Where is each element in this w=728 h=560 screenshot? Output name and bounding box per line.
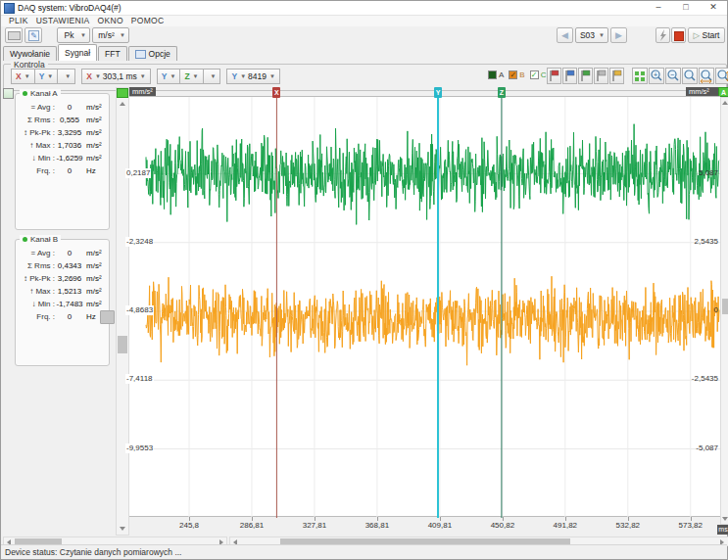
cursor-letter: Y bbox=[162, 71, 168, 81]
tab-fft[interactable]: FFT bbox=[98, 46, 127, 61]
flag-blue-button[interactable] bbox=[562, 68, 577, 84]
right-axis-label: 0 bbox=[677, 305, 719, 315]
chart-vertical-scrollbar-right[interactable] bbox=[720, 97, 728, 525]
tab-label: Sygnał bbox=[65, 46, 90, 61]
stop-button[interactable] bbox=[671, 27, 686, 43]
cursor-letter: Z bbox=[184, 71, 189, 81]
scroll-up-icon[interactable] bbox=[120, 102, 125, 106]
scroll-down-icon[interactable] bbox=[722, 517, 728, 521]
zoom-in-button[interactable]: + bbox=[649, 68, 664, 84]
channel-b-checkbox[interactable]: ✓ bbox=[509, 70, 517, 79]
right-axis-label: 2,5435 bbox=[677, 237, 719, 247]
cursor-menu-button[interactable]: ▼ bbox=[57, 69, 75, 84]
menu-ustawienia[interactable]: USTAWIENIA bbox=[36, 16, 90, 25]
prev-button[interactable]: ◀ bbox=[557, 27, 573, 43]
stat-value: -1,7483 bbox=[55, 298, 84, 310]
right-axis-label: -5,087 bbox=[677, 443, 719, 453]
scroll-down-icon[interactable] bbox=[120, 527, 125, 531]
next-arrow-icon: ▶ bbox=[611, 28, 626, 42]
close-button[interactable]: ✕ bbox=[700, 1, 727, 15]
menu-plik[interactable]: PLIK bbox=[9, 16, 28, 25]
cursor-button-y-value[interactable]: Y▼8419▼ bbox=[226, 69, 280, 84]
trigger-button[interactable] bbox=[655, 27, 670, 43]
tab-wywoanie[interactable]: Wywołanie bbox=[3, 46, 57, 61]
cursor-button-x-value[interactable]: X▼303,1 ms▼ bbox=[81, 69, 151, 84]
menu-okno[interactable]: OKNO bbox=[98, 16, 123, 25]
stat-label: ↕ Pk-Pk : bbox=[16, 272, 55, 285]
plot-area[interactable] bbox=[129, 96, 720, 517]
zoom-window-button[interactable] bbox=[682, 68, 698, 84]
maximize-button[interactable]: □ bbox=[672, 1, 700, 15]
stat-label: ↕ Pk-Pk : bbox=[16, 126, 55, 139]
zoom-out-icon: − bbox=[666, 69, 680, 83]
flag-ps-button[interactable] bbox=[594, 68, 608, 84]
toolbar: ✎ Pk▼ m/s²▼ ◀ S03▼ ▶ ▷ Start bbox=[1, 26, 727, 45]
stat-label: Σ Rms : bbox=[16, 259, 55, 272]
cursor-tag-x[interactable]: X bbox=[272, 87, 280, 98]
flag-yellow-button[interactable] bbox=[609, 68, 624, 84]
stat-unit: m/s² bbox=[84, 285, 108, 298]
tab-sygna[interactable]: Sygnał bbox=[58, 44, 97, 61]
edit-button[interactable]: ✎ bbox=[24, 27, 42, 43]
zoom-grid-button[interactable] bbox=[632, 68, 648, 84]
stop-icon bbox=[674, 31, 684, 41]
next-button[interactable]: ▶ bbox=[610, 27, 627, 43]
panel-pin-icon[interactable] bbox=[3, 88, 14, 99]
zoom-horizontal-icon bbox=[700, 69, 713, 83]
channel-status-icon bbox=[23, 237, 27, 242]
cursor-value: 303,1 ms bbox=[103, 71, 137, 81]
cursor-tag-y[interactable]: Y bbox=[434, 87, 442, 98]
tab-opcje[interactable]: Opcje bbox=[128, 46, 177, 61]
channel-indicator-left[interactable] bbox=[117, 88, 128, 98]
stat-row: ↕ Pk-Pk :3,2696m/s² bbox=[16, 272, 109, 285]
status-text: Device status: Czytanie danych pomiarowy… bbox=[5, 547, 181, 557]
scrollbar-thumb[interactable] bbox=[722, 299, 728, 314]
unit-dropdown[interactable]: m/s²▼ bbox=[92, 27, 129, 43]
start-button[interactable]: ▷ Start bbox=[688, 27, 725, 43]
cursor-button-x[interactable]: X▼ bbox=[11, 69, 35, 84]
cursor-button-z[interactable]: Z▼ bbox=[179, 69, 203, 84]
minimize-button[interactable]: – bbox=[645, 1, 672, 15]
chevron-down-icon: ▼ bbox=[80, 32, 86, 38]
flag-yellow-icon bbox=[610, 69, 623, 83]
channel-c-checkbox[interactable]: ✓ bbox=[530, 70, 539, 79]
series-value: S03 bbox=[579, 30, 596, 40]
scroll-up-icon[interactable] bbox=[722, 101, 728, 105]
chevron-down-icon: ▼ bbox=[240, 73, 246, 79]
series-dropdown[interactable]: S03▼ bbox=[575, 27, 608, 43]
stat-row: ↓ Min :-1,6259m/s² bbox=[16, 152, 109, 164]
stat-unit: m/s² bbox=[84, 114, 108, 126]
chevron-down-icon: ▼ bbox=[65, 73, 71, 79]
menu-bar: PLIKUSTAWIENIAOKNOPOMOC bbox=[1, 16, 727, 26]
stat-label: ↑ Max : bbox=[16, 285, 55, 298]
cursor-letter: X bbox=[16, 71, 22, 81]
chevron-down-icon: ▼ bbox=[211, 73, 217, 79]
splitter-handle[interactable] bbox=[100, 310, 115, 324]
cursor-menu-button[interactable]: ▼ bbox=[203, 69, 221, 84]
cursor-tag-z[interactable]: Z bbox=[498, 87, 506, 98]
flag-green-button[interactable] bbox=[578, 68, 593, 84]
scrollbar-thumb[interactable] bbox=[118, 336, 127, 353]
stat-label: Σ Rms : bbox=[16, 114, 55, 126]
channel-toggles: A✓B✓C bbox=[488, 70, 551, 79]
cursor-letter: X bbox=[86, 71, 92, 81]
zoom-horizontal-button[interactable] bbox=[699, 68, 714, 84]
stat-unit: m/s² bbox=[84, 259, 108, 272]
cursor-button-y[interactable]: Y▼ bbox=[34, 69, 59, 84]
detector-dropdown[interactable]: Pk▼ bbox=[57, 27, 90, 43]
x-axis-label: 245,8 bbox=[172, 521, 206, 530]
stat-label: ↑ Max : bbox=[16, 139, 55, 152]
chevron-down-icon: ▼ bbox=[599, 32, 605, 38]
flag-red-button[interactable] bbox=[547, 68, 561, 84]
zoom-vertical-button[interactable] bbox=[715, 68, 728, 84]
chevron-down-icon: ▼ bbox=[140, 73, 146, 79]
edit-icon: ✎ bbox=[28, 30, 39, 41]
cursor-button-y[interactable]: Y▼ bbox=[157, 69, 181, 84]
zoom-window-icon bbox=[683, 69, 697, 83]
stat-unit: m/s² bbox=[84, 247, 108, 259]
stat-unit: m/s² bbox=[84, 101, 108, 114]
channel-a-checkbox[interactable] bbox=[488, 70, 497, 79]
zoom-out-button[interactable]: − bbox=[665, 68, 681, 84]
keyboard-button[interactable] bbox=[5, 27, 23, 43]
menu-pomoc[interactable]: POMOC bbox=[131, 16, 165, 25]
